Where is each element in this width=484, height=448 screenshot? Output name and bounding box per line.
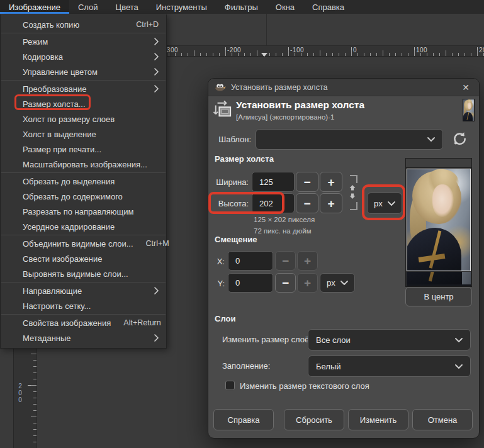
center-button[interactable]: В центр — [405, 287, 472, 306]
preview-cropped-area — [407, 272, 471, 286]
ruler-label: -200 — [227, 47, 241, 53]
offset-section-label: Смещение — [215, 235, 257, 244]
dialog-heading: Установить размер холста — [236, 99, 364, 111]
menubar-item-3[interactable]: Инструменты — [147, 0, 216, 14]
resize-layers-label: Изменить размер слоёв: — [222, 335, 316, 344]
menu-item-19[interactable]: Свести изображение — [1, 251, 166, 266]
menu-item-11[interactable]: Масштабировать изображения... — [1, 157, 166, 172]
help-button[interactable]: Справка — [213, 409, 274, 430]
layers-section-label: Слои — [215, 314, 235, 323]
menu-item-16[interactable]: Усердное кадрирование — [1, 219, 166, 234]
menu-item-0[interactable]: Создать копиюCtrl+D — [1, 17, 166, 32]
image-menu-dropdown: Создать копиюCtrl+DРежимКодировкаУправле… — [0, 14, 167, 349]
menu-item-8[interactable]: Холст по размеру слоев — [1, 111, 166, 126]
chain-broken-icon[interactable] — [348, 184, 357, 199]
menu-item-13[interactable]: Обрезать до выделения — [1, 174, 166, 189]
menu-item-6[interactable]: Преобразование — [1, 81, 166, 96]
fill-value: Белый — [316, 362, 455, 371]
width-decrement-button[interactable]: − — [296, 172, 318, 192]
height-increment-button[interactable]: + — [320, 193, 342, 213]
dialog-title: Установить размер холста — [231, 83, 459, 92]
offset-y-decrement-button[interactable]: − — [275, 273, 296, 293]
menubar-item-6[interactable]: Справка — [303, 0, 353, 14]
width-input[interactable]: 125 — [252, 172, 295, 192]
submenu-arrow-icon — [154, 38, 159, 45]
menu-item-label: Объединить видимые слои... — [23, 239, 133, 249]
ruler-label: -100 — [290, 47, 304, 53]
close-icon[interactable]: ✕ — [459, 81, 473, 94]
menu-item-7[interactable]: Размер холста... — [1, 96, 166, 111]
offset-unit-dropdown[interactable]: px — [320, 273, 355, 293]
preview-top-strip — [406, 159, 471, 168]
menubar-item-2[interactable]: Цвета — [107, 0, 147, 14]
template-label: Шаблон: — [208, 135, 251, 144]
offset-y-input[interactable]: 0 — [228, 273, 273, 293]
pixel-size-info: 125 × 202 пикселя — [254, 216, 315, 223]
menu-item-label: Преобразование — [23, 84, 147, 94]
height-decrement-button[interactable]: − — [296, 193, 318, 213]
submenu-arrow-icon — [154, 85, 159, 92]
resize-layers-dropdown[interactable]: Все слои — [308, 329, 471, 350]
menubar-item-1[interactable]: Слой — [69, 0, 107, 14]
offset-x-decrement-button[interactable]: − — [275, 251, 296, 271]
cancel-button[interactable]: Отмена — [412, 409, 473, 430]
dialog-titlebar[interactable]: Установить размер холста ✕ — [208, 79, 479, 96]
menu-item-4[interactable]: Управление цветом — [1, 64, 166, 79]
menu-item-label: Обрезать до выделения — [23, 177, 159, 186]
height-label: Высота: — [208, 199, 249, 208]
menu-item-22[interactable]: Направляющие — [1, 283, 166, 298]
dpi-info: 72 пикс. на дюйм — [254, 227, 312, 235]
canvas-preview[interactable] — [405, 158, 472, 287]
size-unit-dropdown[interactable]: px — [367, 193, 402, 214]
offset-x-increment-button[interactable]: + — [297, 251, 318, 271]
menu-item-2[interactable]: Режим — [1, 34, 166, 49]
ruler-label: 200 — [479, 47, 484, 53]
image-thumbnail — [463, 99, 475, 121]
offset-x-input[interactable]: 0 — [228, 251, 273, 271]
menu-item-15[interactable]: Разрезать по направляющим — [1, 204, 166, 219]
menubar-item-0[interactable]: Изображение — [0, 0, 69, 14]
menu-item-label: Создать копию — [23, 20, 123, 30]
menu-item-25[interactable]: Свойства изображенияAlt+Return — [1, 315, 166, 330]
ruler-label: 0 — [353, 47, 357, 53]
template-dropdown[interactable] — [256, 129, 443, 150]
menu-item-14[interactable]: Обрезать до содержимого — [1, 189, 166, 204]
resize-text-layer-checkbox[interactable] — [225, 381, 235, 390]
canvas-resize-icon — [213, 99, 232, 120]
gimp-window: -300-200-1000100200 200 ИзображениеСлойЦ… — [0, 0, 484, 448]
preview-image — [407, 169, 470, 271]
menu-item-18[interactable]: Объединить видимые слои...Ctrl+M — [1, 236, 166, 251]
menu-item-26[interactable]: Метаданные — [1, 330, 166, 345]
preview-canvas-frame — [407, 169, 471, 271]
offset-y-increment-button[interactable]: + — [297, 273, 318, 293]
canvas-size-section-label: Размер холста — [215, 154, 274, 164]
reset-template-icon[interactable] — [452, 131, 467, 146]
menu-item-accelerator: Ctrl+D — [136, 20, 159, 29]
chevron-down-icon — [340, 281, 348, 285]
height-input[interactable]: 202 — [252, 193, 295, 213]
reset-button[interactable]: Сбросить — [284, 409, 344, 430]
menubar-item-5[interactable]: Окна — [267, 0, 303, 14]
chain-bracket-top — [350, 175, 357, 183]
menu-item-accelerator: Alt+Return — [123, 318, 160, 327]
menu-item-label: Холст в выделение — [23, 130, 159, 139]
menu-item-10[interactable]: Размер при печати... — [1, 142, 166, 157]
menu-item-9[interactable]: Холст в выделение — [1, 126, 166, 142]
vertical-ruler-label: 200 — [18, 383, 23, 403]
menu-item-label: Управление цветом — [23, 67, 147, 77]
menu-item-label: Масштабировать изображения... — [23, 160, 159, 169]
width-increment-button[interactable]: + — [320, 172, 342, 192]
menu-separator — [1, 235, 166, 235]
menu-item-20[interactable]: Выровнять видимые слои... — [1, 266, 166, 281]
apply-button[interactable]: Изменить — [348, 409, 408, 430]
menu-separator — [1, 282, 166, 283]
menubar: ИзображениеСлойЦветаИнструментыФильтрыОк… — [0, 0, 484, 14]
menu-item-label: Свести изображение — [23, 254, 159, 264]
menubar-item-4[interactable]: Фильтры — [216, 0, 267, 14]
menu-item-23[interactable]: Настроить сетку... — [1, 298, 166, 313]
resize-text-layer-label: Изменить размер текстового слоя — [240, 381, 369, 391]
menu-item-label: Свойства изображения — [23, 318, 111, 328]
submenu-arrow-icon — [154, 334, 159, 342]
fill-dropdown[interactable]: Белый — [308, 356, 471, 377]
menu-item-3[interactable]: Кодировка — [1, 49, 166, 64]
